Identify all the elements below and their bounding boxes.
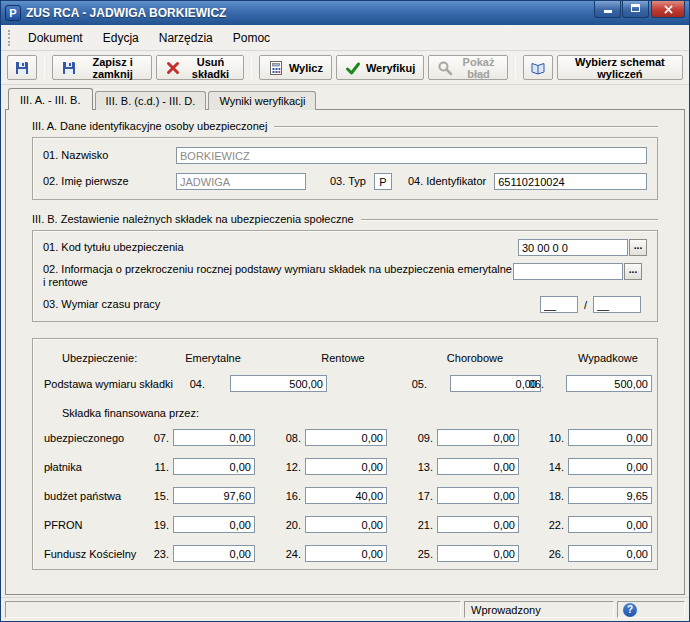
cell-26-input[interactable] bbox=[568, 545, 652, 562]
przekroczenie-input[interactable] bbox=[513, 263, 623, 280]
kod-browse-button[interactable]: ... bbox=[629, 239, 647, 256]
nazwisko-label: 01. Nazwisko bbox=[43, 149, 176, 162]
table-row-fundusz-koscielny: Fundusz Kościelny 23. 24. 25. 26. bbox=[33, 545, 657, 563]
delete-contributions-button[interactable]: Usuń składki bbox=[156, 55, 244, 80]
divider bbox=[274, 126, 658, 127]
calculator-icon bbox=[268, 60, 284, 76]
delete-contributions-label: Usuń składki bbox=[186, 56, 235, 80]
content-area: III. A. - III. B. III. B. (c.d.) - III. … bbox=[1, 85, 689, 597]
menubar-gripper[interactable] bbox=[8, 30, 12, 46]
cell-21-input[interactable] bbox=[437, 516, 519, 533]
field-number: 05. bbox=[405, 378, 427, 390]
field-number: 12. bbox=[279, 461, 301, 473]
show-error-label: Pokaż błąd bbox=[458, 56, 499, 80]
open-book-icon bbox=[530, 60, 546, 76]
section-iii-b-header: III. B. Zestawienie należnych składek na… bbox=[32, 213, 658, 225]
calculate-button[interactable]: Wylicz bbox=[259, 55, 332, 80]
floppy-icon bbox=[14, 60, 30, 76]
wymiar-numerator-input[interactable] bbox=[540, 296, 578, 313]
przekroczenie-browse-button[interactable]: ... bbox=[624, 263, 642, 280]
cell-24-input[interactable] bbox=[305, 545, 387, 562]
przekroczenie-row: 02. Informacja o przekroczeniu rocznej p… bbox=[43, 263, 647, 289]
cell-16-input[interactable] bbox=[305, 487, 387, 504]
app-icon: P bbox=[5, 5, 21, 21]
cell-09-input[interactable] bbox=[437, 429, 519, 446]
verify-button[interactable]: Weryfikuj bbox=[336, 55, 424, 80]
wymiar-denominator-input[interactable] bbox=[593, 296, 641, 313]
table-row-budzet-panstwa: budżet państwa 15. 16. 17. 18. bbox=[33, 487, 657, 505]
nazwisko-input[interactable] bbox=[176, 147, 647, 164]
cell-15-input[interactable] bbox=[173, 487, 255, 504]
app-icon-letter: P bbox=[9, 7, 16, 19]
column-header-emerytalne: Emerytalne bbox=[171, 352, 255, 364]
cell-17-input[interactable] bbox=[437, 487, 519, 504]
help-icon[interactable]: ? bbox=[623, 603, 637, 617]
floppy-icon bbox=[61, 60, 77, 76]
section-iii-b-title: III. B. Zestawienie należnych składek na… bbox=[32, 213, 354, 225]
calculate-label: Wylicz bbox=[289, 62, 323, 74]
cell-11-input[interactable] bbox=[173, 458, 255, 475]
field-number: 07. bbox=[147, 432, 169, 444]
schema-book-button[interactable] bbox=[523, 55, 553, 80]
magnifier-icon bbox=[437, 60, 453, 76]
tab-iii-a-iii-b[interactable]: III. A. - III. B. bbox=[8, 88, 93, 110]
cell-07-input[interactable] bbox=[173, 429, 255, 446]
field-number: 22. bbox=[542, 519, 564, 531]
choose-schema-label: Wybierz schemat wyliczeń bbox=[566, 56, 674, 80]
menu-pomoc[interactable]: Pomoc bbox=[224, 27, 279, 49]
column-header-chorobowe: Chorobowe bbox=[433, 352, 517, 364]
podstawa-row: Podstawa wymiaru składki 04. 05. 06. bbox=[33, 375, 657, 393]
typ-input[interactable] bbox=[374, 173, 392, 190]
section-iii-a-header: III. A. Dane identyfikacyjne osoby ubezp… bbox=[32, 120, 658, 132]
column-header-rentowe: Rentowe bbox=[301, 352, 385, 364]
show-error-button[interactable]: Pokaż błąd bbox=[428, 55, 508, 80]
cell-22-input[interactable] bbox=[568, 516, 652, 533]
row-label: Fundusz Kościelny bbox=[44, 548, 136, 560]
field-number: 15. bbox=[147, 490, 169, 502]
cell-08-input[interactable] bbox=[305, 429, 387, 446]
cell-18-input[interactable] bbox=[568, 487, 652, 504]
cell-12-input[interactable] bbox=[305, 458, 387, 475]
kod-label: 01. Kod tytułu ubezpieczenia bbox=[43, 241, 518, 254]
maximize-button[interactable] bbox=[622, 1, 649, 18]
imie-input[interactable] bbox=[176, 173, 306, 190]
imie-label: 02. Imię pierwsze bbox=[43, 175, 176, 188]
verify-label: Weryfikuj bbox=[366, 62, 415, 74]
minimize-button[interactable] bbox=[594, 1, 621, 18]
field-number: 04. bbox=[183, 378, 205, 390]
save-button[interactable] bbox=[7, 55, 37, 80]
tab-wyniki-weryfikacji[interactable]: Wyniki weryfikacji bbox=[208, 91, 316, 110]
row-label: płatnika bbox=[44, 461, 82, 473]
choose-schema-button[interactable]: Wybierz schemat wyliczeń bbox=[557, 55, 683, 80]
cell-25-input[interactable] bbox=[437, 545, 519, 562]
tabstrip: III. A. - III. B. III. B. (c.d.) - III. … bbox=[8, 88, 685, 110]
section-iii-a-groupbox: 01. Nazwisko 02. Imię pierwsze 03. Typ 0… bbox=[32, 137, 658, 200]
save-and-close-button[interactable]: Zapisz i zamknij bbox=[52, 55, 152, 80]
statusbar-main-panel bbox=[5, 601, 461, 618]
menu-narzedzia[interactable]: Narzędzia bbox=[150, 27, 222, 49]
cell-19-input[interactable] bbox=[173, 516, 255, 533]
wymiar-row: 03. Wymiar czasu pracy / bbox=[43, 296, 647, 313]
podstawa-06-input[interactable] bbox=[566, 375, 652, 392]
cell-10-input[interactable] bbox=[568, 429, 652, 446]
kod-input[interactable] bbox=[518, 239, 628, 256]
statusbar: Wprowadzony ? bbox=[1, 597, 689, 621]
kod-row: 01. Kod tytułu ubezpieczenia ... bbox=[43, 239, 647, 256]
close-button[interactable] bbox=[651, 1, 685, 18]
menu-dokument[interactable]: Dokument bbox=[19, 27, 92, 49]
field-number: 09. bbox=[411, 432, 433, 444]
przekroczenie-label: 02. Informacja o przekroczeniu rocznej p… bbox=[43, 263, 513, 289]
cell-23-input[interactable] bbox=[173, 545, 255, 562]
cell-13-input[interactable] bbox=[437, 458, 519, 475]
podstawa-label: Podstawa wymiaru składki bbox=[44, 378, 173, 390]
menu-edycja[interactable]: Edycja bbox=[94, 27, 148, 49]
field-number: 06. bbox=[522, 378, 544, 390]
green-check-icon bbox=[345, 60, 361, 76]
cell-14-input[interactable] bbox=[568, 458, 652, 475]
skladka-header: Składka finansowana przez: bbox=[62, 407, 199, 419]
identyfikator-input[interactable] bbox=[494, 173, 647, 190]
tab-iii-b-cd-iii-d[interactable]: III. B. (c.d.) - III. D. bbox=[95, 91, 207, 110]
cell-20-input[interactable] bbox=[305, 516, 387, 533]
field-number: 24. bbox=[279, 548, 301, 560]
podstawa-04-input[interactable] bbox=[230, 375, 327, 392]
